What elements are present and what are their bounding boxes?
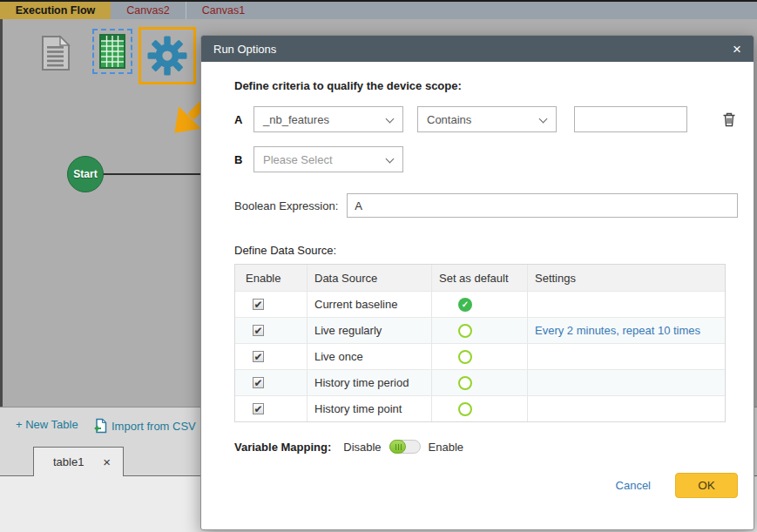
criteria-label-a: A xyxy=(234,113,253,126)
boolean-expression-label: Boolean Expression: xyxy=(234,199,338,212)
run-options-highlight[interactable] xyxy=(139,27,196,84)
trash-icon xyxy=(722,112,736,127)
app-window: Execution Flow Canvas2 Canvas1 xyxy=(0,0,757,532)
col-settings: Settings xyxy=(527,265,725,291)
canvas-tab-bar: Execution Flow Canvas2 Canvas1 xyxy=(0,0,757,19)
enable-checkbox[interactable]: ✔ xyxy=(253,377,264,388)
toggle-knob xyxy=(389,440,406,454)
chevron-down-icon xyxy=(386,115,395,124)
table-row-live-once: ✔ Live once xyxy=(235,343,725,369)
import-csv-icon xyxy=(94,418,107,434)
tab-canvas2[interactable]: Canvas2 xyxy=(111,2,186,19)
boolean-expression-row: Boolean Expression: xyxy=(234,193,738,218)
data-source-name: History time period xyxy=(307,370,431,395)
col-enable: Enable xyxy=(235,265,307,291)
start-node[interactable]: Start xyxy=(67,156,104,192)
criteria-value-input-a[interactable] xyxy=(574,106,687,132)
dialog-header: Run Options × xyxy=(201,36,754,62)
criteria-label-b: B xyxy=(234,153,253,166)
settings-cell xyxy=(527,344,725,369)
variable-mapping-row: Variable Mapping: Disable Enable xyxy=(234,440,738,454)
col-data-source: Data Source xyxy=(307,265,431,291)
field-select-a-value: _nb_features xyxy=(263,113,329,126)
settings-cell xyxy=(527,292,725,317)
operator-select-a[interactable]: Contains xyxy=(417,106,557,132)
table-row-live-regularly: ✔ Live regularly Every 2 minutes, repeat… xyxy=(235,317,725,343)
table-header-row: Enable Data Source Set as default Settin… xyxy=(235,265,725,291)
dialog-title: Run Options xyxy=(213,43,276,56)
table-row-history-time-point: ✔ History time point xyxy=(235,395,725,421)
run-options-dialog: Run Options × Define criteria to qualify… xyxy=(200,35,754,530)
delete-criteria-button[interactable] xyxy=(722,112,736,127)
import-csv-button[interactable]: Import from CSV xyxy=(94,418,196,434)
criteria-heading: Define criteria to qualify the device sc… xyxy=(234,79,738,92)
boolean-expression-input[interactable] xyxy=(347,193,738,218)
import-csv-label: Import from CSV xyxy=(112,420,196,433)
data-source-name: History time point xyxy=(307,396,431,421)
data-source-table: Enable Data Source Set as default Settin… xyxy=(234,264,726,422)
data-source-heading: Define Data Source: xyxy=(234,244,738,257)
criteria-row-b: B Please Select xyxy=(234,146,738,172)
field-select-a[interactable]: _nb_features xyxy=(253,106,403,132)
settings-cell xyxy=(527,370,725,395)
default-radio[interactable] xyxy=(458,376,472,390)
table-node-icon xyxy=(99,34,125,69)
default-radio-selected[interactable]: ✓ xyxy=(458,298,472,312)
enable-checkbox[interactable]: ✔ xyxy=(253,325,264,336)
table-row-current-baseline: ✔ Current baseline ✓ xyxy=(235,291,725,317)
default-radio[interactable] xyxy=(458,324,472,338)
cancel-button[interactable]: Cancel xyxy=(616,479,651,492)
table-row-history-time-period: ✔ History time period xyxy=(235,369,725,395)
table1-tab[interactable]: table1 × xyxy=(33,447,124,476)
table-node-selection[interactable] xyxy=(92,29,132,74)
new-table-button[interactable]: + New Table xyxy=(16,418,78,431)
field-select-b-value: Please Select xyxy=(263,153,333,166)
tab-execution-flow[interactable]: Execution Flow xyxy=(0,2,111,19)
close-icon[interactable]: × xyxy=(733,42,741,57)
data-source-name: Live regularly xyxy=(307,318,431,343)
variable-mapping-disable-label: Disable xyxy=(343,441,381,454)
chevron-down-icon xyxy=(386,155,395,164)
default-radio[interactable] xyxy=(458,350,472,364)
default-radio[interactable] xyxy=(458,402,472,416)
enable-checkbox[interactable]: ✔ xyxy=(253,403,264,414)
operator-select-a-value: Contains xyxy=(427,113,471,126)
field-select-b[interactable]: Please Select xyxy=(253,146,403,172)
data-source-name: Live once xyxy=(307,344,431,369)
flow-connector xyxy=(103,173,203,175)
table1-tab-label: table1 xyxy=(53,455,84,468)
enable-checkbox[interactable]: ✔ xyxy=(253,351,264,362)
ok-button[interactable]: OK xyxy=(675,473,738,498)
col-set-as-default: Set as default xyxy=(431,265,527,291)
tab-canvas1[interactable]: Canvas1 xyxy=(186,2,260,19)
criteria-row-a: A _nb_features Contains xyxy=(234,106,738,132)
data-source-name: Current baseline xyxy=(307,292,431,317)
live-regularly-settings-link[interactable]: Every 2 minutes, repeat 10 times xyxy=(535,324,700,337)
dialog-footer: Cancel OK xyxy=(234,473,738,498)
gear-icon xyxy=(146,35,188,77)
document-node-icon[interactable] xyxy=(41,35,71,74)
chevron-down-icon xyxy=(539,115,548,124)
variable-mapping-toggle[interactable] xyxy=(389,440,421,454)
enable-checkbox[interactable]: ✔ xyxy=(253,299,264,310)
dialog-body: Define criteria to qualify the device sc… xyxy=(201,62,754,498)
table1-close-icon[interactable]: × xyxy=(103,455,111,469)
variable-mapping-enable-label: Enable xyxy=(429,441,463,454)
variable-mapping-label: Variable Mapping: xyxy=(234,441,331,454)
settings-cell xyxy=(527,396,725,421)
